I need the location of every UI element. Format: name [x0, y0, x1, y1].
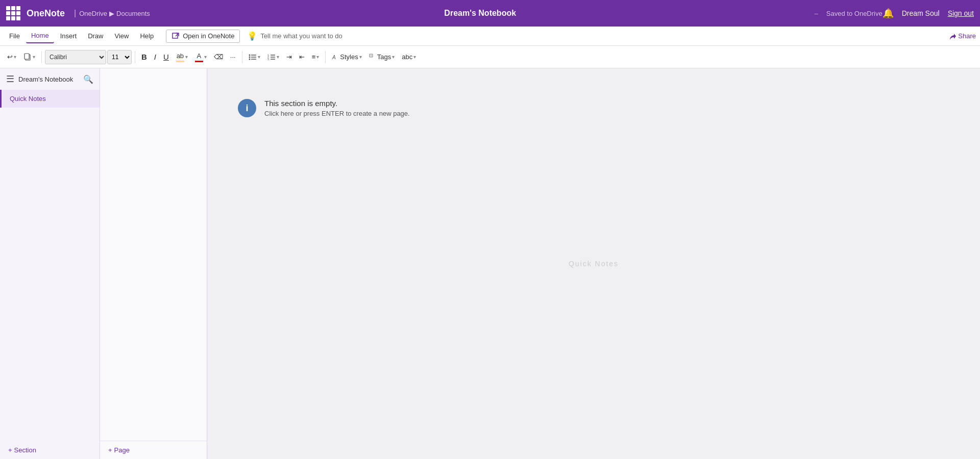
save-status: Saved to OneDrive [826, 10, 883, 17]
empty-section-message: i This section is empty. Click here or p… [238, 99, 410, 117]
svg-point-6 [249, 58, 250, 60]
bullets-button[interactable]: ▾ [246, 52, 263, 63]
svg-text:A: A [332, 55, 336, 60]
indent-less-button[interactable]: ⇤ [296, 51, 308, 63]
italic-button[interactable]: I [151, 50, 159, 63]
breadcrumb-separator: | [74, 9, 76, 18]
toolbar: ↩▾ ▾ Calibri Arial Times New Roman 11 12… [0, 46, 980, 68]
numbered-icon: 1.2.3. [267, 54, 276, 61]
quicknotes-label: Quick Notes [10, 95, 46, 103]
svg-text:3.: 3. [267, 58, 270, 61]
styles-label: Styles [340, 53, 358, 61]
menu-file[interactable]: File [4, 29, 25, 43]
svg-rect-17 [370, 54, 373, 57]
content-watermark: Quick Notes [569, 260, 619, 268]
sidebar-notebook-label: Dream's Notebook [18, 75, 79, 83]
toolbar-sep-4 [325, 51, 326, 63]
toolbar-sep-3 [242, 51, 242, 63]
svg-line-1 [176, 33, 179, 36]
eraser-button[interactable]: ⌫ [211, 51, 226, 63]
bold-button[interactable]: B [138, 50, 150, 63]
svg-point-5 [249, 56, 250, 58]
breadcrumb-onedrive[interactable]: OneDrive [79, 10, 107, 17]
title-right: 🔔 Dream Soul Sign out [883, 8, 974, 19]
more-format-button[interactable]: ··· [227, 51, 239, 63]
indent-more-button[interactable]: ⇥ [283, 51, 295, 63]
menu-draw[interactable]: Draw [83, 29, 108, 43]
open-external-icon [172, 32, 180, 40]
undo-button[interactable]: ↩▾ [4, 51, 19, 63]
styles-tags-group: A Styles ▾ Tags ▾ abc ▾ [329, 51, 419, 63]
list-group: ▾ 1.2.3. ▾ ⇥ ⇤ ≡▾ [246, 51, 323, 63]
bullets-icon [249, 54, 257, 61]
app-name: OneNote [27, 8, 65, 19]
tags-icon [369, 54, 376, 61]
title-bar: OneNote | OneDrive ▶ Documents Dream's N… [0, 0, 980, 27]
sign-out-button[interactable]: Sign out [948, 9, 974, 17]
tags-label: Tags [377, 53, 391, 61]
bell-icon[interactable]: 🔔 [883, 8, 894, 19]
breadcrumb-documents[interactable]: Documents [116, 10, 150, 17]
empty-section-title: This section is empty. [264, 99, 410, 108]
menu-insert[interactable]: Insert [55, 29, 82, 43]
search-icon[interactable]: 🔍 [83, 74, 93, 84]
highlight-button[interactable]: ab ▾ [173, 50, 191, 64]
toolbar-sep-2 [135, 51, 135, 63]
title-dash: – [815, 10, 818, 17]
share-label: Share [958, 32, 976, 40]
notebook-title: Dream's Notebook [150, 9, 811, 18]
font-color-button[interactable]: A ▾ [192, 50, 210, 64]
styles-button[interactable]: A Styles ▾ [329, 51, 364, 63]
tell-me-text: Tell me what you want to do [260, 32, 342, 40]
empty-message-text: This section is empty. Click here or pre… [264, 99, 410, 117]
content-area[interactable]: i This section is empty. Click here or p… [207, 68, 980, 459]
hamburger-icon[interactable]: ☰ [6, 73, 14, 85]
font-size-selector[interactable]: 11 12 14 16 [107, 50, 132, 64]
styles-icon: A [332, 54, 339, 61]
svg-rect-0 [173, 33, 178, 38]
menu-bar: File Home Insert Draw View Help Open in … [0, 27, 980, 46]
alignment-button[interactable]: ≡▾ [309, 51, 323, 63]
breadcrumb-arrow-icon: ▶ [109, 10, 114, 17]
app-grid-icon[interactable] [6, 6, 20, 20]
clipboard-button[interactable]: ▾ [20, 51, 38, 63]
underline-button[interactable]: U [160, 50, 172, 63]
sidebar-header: ☰ Dream's Notebook 🔍 [0, 68, 100, 90]
open-in-onenote-label: Open in OneNote [183, 32, 234, 40]
font-family-selector[interactable]: Calibri Arial Times New Roman [45, 50, 106, 64]
undo-redo-group: ↩▾ ▾ [4, 51, 38, 63]
tell-me-area[interactable]: 💡 Tell me what you want to do [241, 29, 348, 43]
svg-rect-3 [24, 54, 29, 59]
add-page-label: Page [114, 446, 130, 454]
font-group: Calibri Arial Times New Roman 11 12 14 1… [45, 50, 132, 64]
breadcrumb: OneDrive ▶ Documents [79, 10, 150, 17]
spell-check-button[interactable]: abc ▾ [399, 51, 419, 63]
spell-check-label: abc [402, 53, 412, 61]
add-page-icon: + [108, 446, 112, 454]
add-section-label: Section [14, 446, 36, 454]
lightbulb-icon: 💡 [247, 31, 257, 41]
sidebar-pages: + Page [100, 68, 207, 459]
add-page-button[interactable]: + Page [100, 441, 207, 459]
add-section-icon: + [8, 446, 12, 454]
toolbar-sep-1 [41, 51, 42, 63]
format-group: B I U ab ▾ A ▾ ⌫ ··· [138, 50, 239, 64]
numbered-list-button[interactable]: 1.2.3. ▾ [264, 52, 282, 63]
menu-view[interactable]: View [110, 29, 134, 43]
clipboard-icon [23, 53, 32, 61]
pages-content [100, 68, 207, 441]
share-icon [949, 33, 956, 40]
menu-help[interactable]: Help [135, 29, 159, 43]
menu-home[interactable]: Home [26, 29, 54, 43]
sidebar-item-quicknotes[interactable]: Quick Notes [0, 90, 100, 108]
user-name[interactable]: Dream Soul [902, 9, 940, 17]
svg-point-4 [249, 54, 250, 56]
share-button[interactable]: Share [949, 32, 976, 40]
add-section-button[interactable]: + Section [0, 441, 100, 459]
empty-section-subtitle: Click here or press ENTER to create a ne… [264, 110, 410, 117]
main-layout: ☰ Dream's Notebook 🔍 Quick Notes + Secti… [0, 68, 980, 459]
sidebar-notebooks: ☰ Dream's Notebook 🔍 Quick Notes + Secti… [0, 68, 100, 459]
open-in-onenote-button[interactable]: Open in OneNote [166, 30, 240, 43]
info-icon: i [238, 99, 256, 117]
tags-button[interactable]: Tags ▾ [366, 51, 398, 63]
